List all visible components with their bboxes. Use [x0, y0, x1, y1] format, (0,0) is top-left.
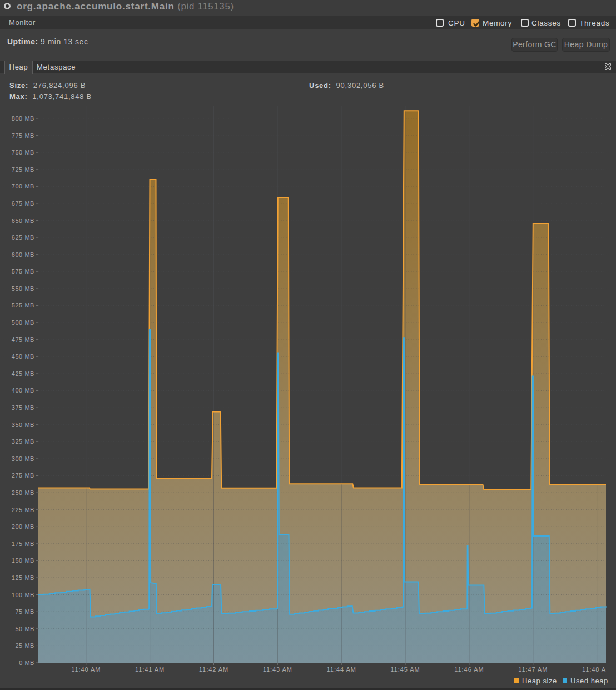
svg-text:400 MB: 400 MB [12, 387, 34, 394]
svg-text:700 MB: 700 MB [12, 183, 34, 190]
svg-text:600 MB: 600 MB [12, 251, 34, 258]
svg-text:550 MB: 550 MB [12, 285, 34, 292]
svg-text:300 MB: 300 MB [12, 455, 34, 462]
svg-text:50 MB: 50 MB [15, 626, 34, 632]
svg-text:650 MB: 650 MB [12, 217, 34, 224]
svg-text:100 MB: 100 MB [12, 592, 34, 598]
svg-text:575 MB: 575 MB [12, 268, 34, 275]
svg-text:11:47 AM: 11:47 AM [518, 666, 548, 673]
svg-text:225 MB: 225 MB [12, 507, 34, 513]
svg-text:800 MB: 800 MB [12, 115, 34, 122]
svg-text:11:42 AM: 11:42 AM [199, 666, 228, 673]
svg-text:675 MB: 675 MB [12, 200, 34, 207]
svg-text:275 MB: 275 MB [12, 472, 34, 479]
svg-text:11:40 AM: 11:40 AM [71, 666, 101, 673]
svg-text:350 MB: 350 MB [12, 421, 34, 428]
svg-text:11:45 AM: 11:45 AM [390, 666, 420, 673]
svg-text:775 MB: 775 MB [12, 132, 34, 139]
svg-text:11:41 AM: 11:41 AM [135, 666, 165, 673]
svg-text:250 MB: 250 MB [12, 489, 34, 496]
svg-text:200 MB: 200 MB [12, 523, 34, 530]
svg-text:450 MB: 450 MB [12, 353, 34, 360]
svg-text:0 MB: 0 MB [19, 659, 34, 666]
svg-text:500 MB: 500 MB [12, 319, 34, 326]
svg-text:175 MB: 175 MB [12, 540, 34, 547]
svg-text:725 MB: 725 MB [12, 166, 34, 173]
svg-text:125 MB: 125 MB [12, 574, 34, 581]
svg-text:11:44 AM: 11:44 AM [327, 666, 356, 673]
svg-text:75 MB: 75 MB [15, 608, 34, 615]
svg-text:150 MB: 150 MB [12, 557, 34, 564]
svg-text:625 MB: 625 MB [12, 234, 34, 241]
svg-text:750 MB: 750 MB [12, 149, 34, 156]
svg-text:525 MB: 525 MB [12, 302, 34, 309]
svg-text:375 MB: 375 MB [12, 404, 34, 411]
svg-text:325 MB: 325 MB [12, 438, 34, 445]
svg-text:25 MB: 25 MB [15, 642, 34, 649]
svg-text:11:48 AM: 11:48 AM [582, 666, 612, 673]
svg-text:11:43 AM: 11:43 AM [263, 666, 292, 673]
svg-text:425 MB: 425 MB [12, 370, 34, 377]
svg-text:475 MB: 475 MB [12, 336, 34, 343]
svg-text:11:46 AM: 11:46 AM [454, 666, 484, 673]
